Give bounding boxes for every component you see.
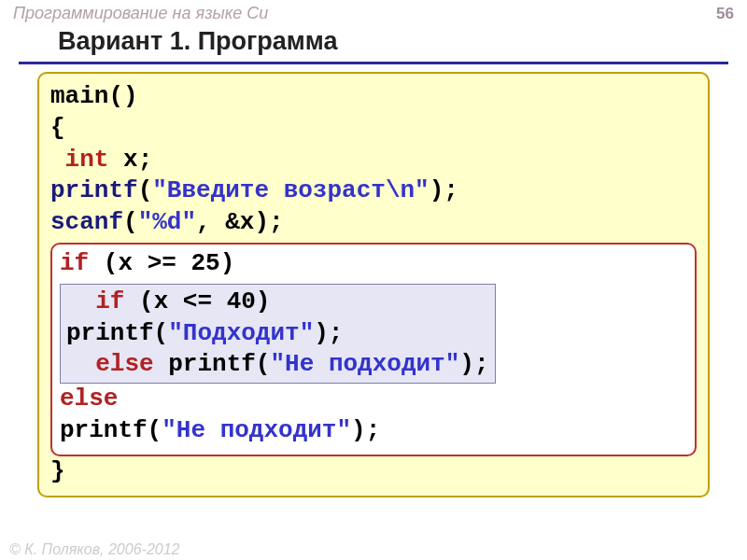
keyword-if: if <box>95 287 124 315</box>
outer-highlight-box: if (x >= 25) if (x <= 40) printf("Подход… <box>50 243 697 456</box>
string-literal: "%d" <box>138 208 196 236</box>
code-line: printf("Не подходит"); <box>60 415 687 447</box>
keyword-if: if <box>60 249 89 277</box>
slide-title: Вариант 1. Программа <box>19 27 728 64</box>
course-title: Программирование на языке Си <box>13 4 268 23</box>
string-literal: "Не подходит" <box>162 416 351 444</box>
code-line: printf("Подходит"); <box>66 318 489 350</box>
keyword-else: else <box>60 385 118 413</box>
slide-header: Программирование на языке Си 56 <box>0 0 747 27</box>
code-line: scanf("%d", &x); <box>50 207 697 239</box>
code-line: int x; <box>50 145 697 176</box>
copyright-footer: © К. Поляков, 2006-2012 <box>9 541 179 558</box>
string-literal: "Не подходит" <box>270 350 459 378</box>
code-line: } <box>50 456 697 488</box>
code-line: if (x >= 25) <box>60 248 687 280</box>
string-literal: "Подходит" <box>168 319 314 347</box>
keyword-int: int <box>65 146 109 174</box>
code-block: main() { int x; printf("Введите возраст\… <box>37 72 710 497</box>
page-number: 56 <box>716 5 734 23</box>
code-line: else <box>60 384 687 415</box>
code-line: else printf("Не подходит"); <box>66 349 489 381</box>
fn-scanf: scanf <box>50 208 123 236</box>
code-line: if (x <= 40) <box>66 287 489 318</box>
inner-highlight-box: if (x <= 40) printf("Подходит"); else pr… <box>60 284 496 384</box>
string-literal: "Введите возраст\n" <box>152 176 429 204</box>
code-line: { <box>50 113 697 145</box>
keyword-else: else <box>95 350 153 378</box>
fn-printf: printf <box>50 176 138 204</box>
code-line: main() <box>50 81 697 113</box>
code-line: printf("Введите возраст\n"); <box>50 175 697 207</box>
